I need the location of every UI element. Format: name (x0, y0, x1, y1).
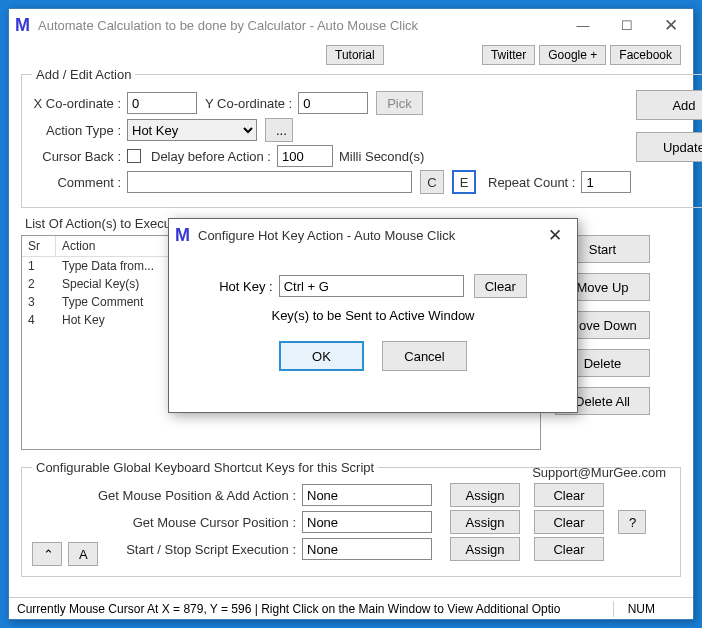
comment-label: Comment : (32, 175, 127, 190)
dialog-icon: M (175, 225, 190, 246)
window-title: Automate Calculation to be done by Calcu… (38, 18, 561, 33)
delay-input[interactable] (277, 145, 333, 167)
cancel-button[interactable]: Cancel (382, 341, 467, 371)
th-sr[interactable]: Sr (22, 236, 56, 256)
cursor-back-checkbox[interactable] (127, 149, 141, 163)
minimize-button[interactable]: — (561, 10, 605, 40)
dialog-titlebar[interactable]: M Configure Hot Key Action - Auto Mouse … (169, 219, 577, 251)
hotkey-label: Hot Key : (219, 279, 278, 294)
hotkey-input[interactable] (279, 275, 464, 297)
maximize-button[interactable]: ☐ (605, 10, 649, 40)
clear-button-1[interactable]: Clear (534, 510, 604, 534)
e-button[interactable]: E (452, 170, 476, 194)
app-icon: M (15, 15, 30, 36)
action-type-label: Action Type : (32, 123, 127, 138)
shortcut-input-1[interactable] (302, 511, 432, 533)
clear-button-0[interactable]: Clear (534, 483, 604, 507)
clear-button-2[interactable]: Clear (534, 537, 604, 561)
shortcut-label-1: Get Mouse Cursor Position : (32, 515, 302, 530)
comment-input[interactable] (127, 171, 412, 193)
repeat-input[interactable] (581, 171, 631, 193)
add-edit-legend: Add / Edit Action (32, 67, 135, 82)
assign-button-0[interactable]: Assign (450, 483, 520, 507)
shortcut-input-0[interactable] (302, 484, 432, 506)
cursor-back-label: Cursor Back : (32, 149, 127, 164)
help-button[interactable]: ? (618, 510, 646, 534)
google-button[interactable]: Google + (539, 45, 606, 65)
add-edit-fieldset: Add / Edit Action X Co-ordinate : Y Co-o… (21, 67, 702, 208)
assign-button-1[interactable]: Assign (450, 510, 520, 534)
c-button[interactable]: C (420, 170, 444, 194)
pick-button[interactable]: Pick (376, 91, 423, 115)
y-input[interactable] (298, 92, 368, 114)
x-input[interactable] (127, 92, 197, 114)
delay-unit: Milli Second(s) (339, 149, 424, 164)
tutorial-button[interactable]: Tutorial (326, 45, 384, 65)
twitter-button[interactable]: Twitter (482, 45, 535, 65)
status-num: NUM (628, 602, 655, 616)
shortcuts-legend: Configurable Global Keyboard Shortcut Ke… (32, 460, 378, 475)
dialog-close-button[interactable]: ✕ (533, 220, 577, 250)
y-label: Y Co-ordinate : (205, 96, 298, 111)
status-msg: Currently Mouse Cursor At X = 879, Y = 5… (17, 602, 599, 616)
shortcuts-fieldset: Configurable Global Keyboard Shortcut Ke… (21, 460, 681, 577)
statusbar: Currently Mouse Cursor At X = 879, Y = 5… (9, 597, 693, 619)
delay-label: Delay before Action : (151, 149, 277, 164)
close-button[interactable]: ✕ (649, 10, 693, 40)
add-button[interactable]: Add (636, 90, 702, 120)
hotkey-clear-button[interactable]: Clear (474, 274, 527, 298)
facebook-button[interactable]: Facebook (610, 45, 681, 65)
ok-button[interactable]: OK (279, 341, 364, 371)
shortcut-label-0: Get Mouse Position & Add Action : (32, 488, 302, 503)
hotkey-dialog: M Configure Hot Key Action - Auto Mouse … (168, 218, 578, 413)
x-label: X Co-ordinate : (32, 96, 127, 111)
a-button[interactable]: A (68, 542, 98, 566)
action-type-select[interactable]: Hot Key (127, 119, 257, 141)
shortcut-input-2[interactable] (302, 538, 432, 560)
titlebar[interactable]: M Automate Calculation to be done by Cal… (9, 9, 693, 41)
dialog-title: Configure Hot Key Action - Auto Mouse Cl… (198, 228, 533, 243)
repeat-label: Repeat Count : (488, 175, 581, 190)
top-buttons: Tutorial Twitter Google + Facebook (21, 45, 681, 65)
hotkey-hint: Key(s) to be Sent to Active Window (189, 308, 557, 323)
assign-button-2[interactable]: Assign (450, 537, 520, 561)
expand-button[interactable]: ⌃ (32, 542, 62, 566)
update-button[interactable]: Update (636, 132, 702, 162)
action-dots-button[interactable]: ... (265, 118, 293, 142)
